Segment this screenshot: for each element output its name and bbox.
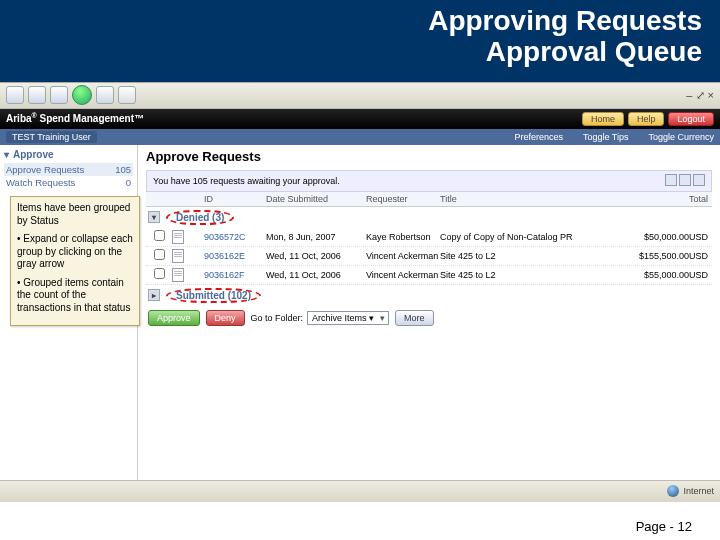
goto-folder-label: Go to Folder: bbox=[251, 313, 304, 323]
print-icon[interactable] bbox=[118, 86, 136, 104]
nav-toggle-currency[interactable]: Toggle Currency bbox=[648, 132, 714, 142]
col-title[interactable]: Title bbox=[440, 194, 614, 204]
product-name: Ariba bbox=[6, 114, 32, 125]
nav-bar: TEST Training User Preferences Toggle Ti… bbox=[0, 129, 720, 145]
cell-id[interactable]: 9036162F bbox=[204, 270, 266, 280]
product-suffix: Spend Management™ bbox=[40, 114, 144, 125]
group-header-denied[interactable]: ▾ Denied (3) bbox=[146, 207, 712, 228]
cell-requester: Kaye Robertson bbox=[366, 232, 440, 242]
window-controls[interactable]: – ⤢ × bbox=[686, 89, 714, 102]
chevron-down-icon[interactable]: ▾ bbox=[148, 211, 160, 223]
document-icon bbox=[172, 268, 184, 282]
home-icon[interactable] bbox=[96, 86, 114, 104]
row-checkbox[interactable] bbox=[154, 268, 165, 279]
cell-total: $55,000.00USD bbox=[614, 270, 712, 280]
toolbar-icons[interactable] bbox=[663, 174, 705, 188]
status-zone: Internet bbox=[683, 486, 714, 496]
back-icon[interactable] bbox=[6, 86, 24, 104]
table-row[interactable]: 9036162F Wed, 11 Oct, 2006 Vincent Acker… bbox=[146, 266, 712, 285]
home-button[interactable]: Home bbox=[582, 112, 624, 126]
sidebar-heading[interactable]: Approve bbox=[4, 149, 133, 160]
callout-p2: • Expand or collapse each group by click… bbox=[17, 233, 133, 271]
group-header-submitted[interactable]: ▸ Submitted (102) bbox=[146, 285, 712, 306]
help-button[interactable]: Help bbox=[628, 112, 665, 126]
logout-button[interactable]: Logout bbox=[668, 112, 714, 126]
product-bar: Ariba® Spend Management™ Home Help Logou… bbox=[0, 109, 720, 129]
action-bar: Approve Deny Go to Folder: Archive Items… bbox=[146, 306, 712, 330]
col-date[interactable]: Date Submitted bbox=[266, 194, 366, 204]
sidebar-item-count: 105 bbox=[115, 164, 131, 175]
slide-header: Approving Requests Approval Queue bbox=[0, 0, 720, 82]
goto-folder-select[interactable]: Archive Items ▾ bbox=[307, 311, 389, 325]
cell-id[interactable]: 9036572C bbox=[204, 232, 266, 242]
browser-toolbar: – ⤢ × bbox=[0, 83, 720, 109]
cell-total: $50,000.00USD bbox=[614, 232, 712, 242]
browser-status-bar: Internet bbox=[0, 480, 720, 502]
sidebar-item-count: 0 bbox=[126, 177, 131, 188]
cell-requester: Vincent Ackerman bbox=[366, 251, 440, 261]
deny-button[interactable]: Deny bbox=[206, 310, 245, 326]
sidebar-item-label: Approve Requests bbox=[6, 164, 84, 175]
col-requester[interactable]: Requester bbox=[366, 194, 440, 204]
annotation-callout: Items have been grouped by Status • Expa… bbox=[10, 196, 140, 326]
sidebar-item-label: Watch Requests bbox=[6, 177, 75, 188]
nav-toggle-tips[interactable]: Toggle Tips bbox=[583, 132, 629, 142]
main-panel: Approve Requests You have 105 requests a… bbox=[138, 145, 720, 480]
cell-date: Wed, 11 Oct, 2006 bbox=[266, 270, 366, 280]
title-line-2: Approval Queue bbox=[486, 36, 702, 67]
page-title: Approve Requests bbox=[146, 149, 712, 164]
table-header: ID Date Submitted Requester Title Total bbox=[146, 192, 712, 207]
title-line-1: Approving Requests bbox=[428, 5, 702, 36]
cell-date: Wed, 11 Oct, 2006 bbox=[266, 251, 366, 261]
cell-title: Site 425 to L2 bbox=[440, 251, 614, 261]
chevron-right-icon[interactable]: ▸ bbox=[148, 289, 160, 301]
page-number: Page - 12 bbox=[636, 519, 692, 534]
cell-title: Copy of Copy of Non-Catalog PR bbox=[440, 232, 614, 242]
cell-requester: Vincent Ackerman bbox=[366, 270, 440, 280]
globe-icon bbox=[667, 485, 679, 497]
refresh-icon[interactable] bbox=[72, 85, 92, 105]
more-button[interactable]: More bbox=[395, 310, 434, 326]
cell-date: Mon, 8 Jun, 2007 bbox=[266, 232, 366, 242]
sidebar-item-watch-requests[interactable]: Watch Requests 0 bbox=[4, 176, 133, 189]
table-row[interactable]: 9036572C Mon, 8 Jun, 2007 Kaye Robertson… bbox=[146, 228, 712, 247]
group-label: Denied (3) bbox=[166, 210, 234, 225]
sidebar-item-approve-requests[interactable]: Approve Requests 105 bbox=[4, 163, 133, 176]
awaiting-text: You have 105 requests awaiting your appr… bbox=[153, 176, 340, 186]
document-icon bbox=[172, 249, 184, 263]
row-checkbox[interactable] bbox=[154, 230, 165, 241]
cell-total: $155,500.00USD bbox=[614, 251, 712, 261]
nav-preferences[interactable]: Preferences bbox=[514, 132, 563, 142]
table-row[interactable]: 9036162E Wed, 11 Oct, 2006 Vincent Acker… bbox=[146, 247, 712, 266]
document-icon bbox=[172, 230, 184, 244]
callout-p1: Items have been grouped by Status bbox=[17, 202, 133, 227]
forward-icon[interactable] bbox=[28, 86, 46, 104]
nav-user: TEST Training User bbox=[6, 131, 97, 143]
cell-id[interactable]: 9036162E bbox=[204, 251, 266, 261]
cell-title: Site 425 to L2 bbox=[440, 270, 614, 280]
callout-p3: • Grouped items contain the count of the… bbox=[17, 277, 133, 315]
stop-icon[interactable] bbox=[50, 86, 68, 104]
row-checkbox[interactable] bbox=[154, 249, 165, 260]
group-label: Submitted (102) bbox=[166, 288, 261, 303]
approve-button[interactable]: Approve bbox=[148, 310, 200, 326]
awaiting-bar: You have 105 requests awaiting your appr… bbox=[146, 170, 712, 192]
col-total[interactable]: Total bbox=[614, 194, 712, 204]
col-id[interactable]: ID bbox=[204, 194, 266, 204]
